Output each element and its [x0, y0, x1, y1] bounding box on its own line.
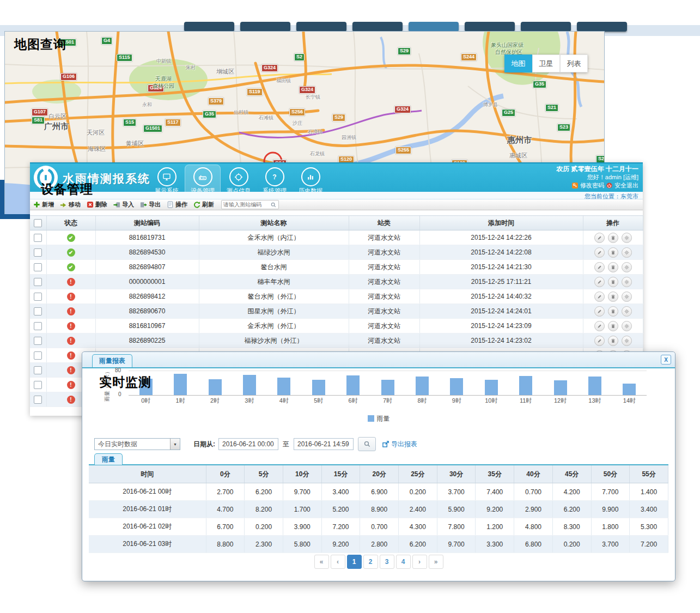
rain-value-cell: 0.200 — [552, 536, 591, 553]
trash-icon[interactable] — [608, 247, 618, 258]
gear-icon[interactable] — [622, 262, 632, 272]
page-nav-button[interactable]: ‹ — [331, 555, 345, 569]
map-place-label: 白云区 — [48, 112, 66, 120]
edit-icon[interactable] — [594, 306, 605, 317]
background-tab[interactable] — [296, 22, 346, 32]
map-view-button-列表[interactable]: 列表 — [560, 54, 588, 72]
toolbar-button-label: 刷新 — [202, 201, 214, 209]
change-password-link[interactable]: 修改密码 — [580, 181, 604, 190]
data-mode-select[interactable]: 今日实时数据 ▼ — [94, 438, 180, 450]
background-tab[interactable] — [184, 22, 234, 32]
edit-icon[interactable] — [594, 292, 605, 302]
page-button-2[interactable]: 2 — [363, 555, 378, 569]
edit-icon[interactable] — [594, 321, 605, 331]
toolbar-button-操作[interactable]: 操作 — [167, 201, 187, 209]
rain-value-cell: 7.800 — [437, 518, 476, 536]
row-checkbox[interactable] — [34, 234, 42, 242]
row-checkbox[interactable] — [34, 366, 42, 374]
row-checkbox[interactable] — [34, 278, 42, 286]
row-checkbox[interactable] — [34, 263, 42, 271]
toolbar-button-新增[interactable]: 新增 — [33, 201, 54, 209]
row-checkbox[interactable] — [34, 381, 42, 389]
date-from-input[interactable] — [218, 438, 278, 450]
select-all-checkbox[interactable] — [34, 219, 42, 227]
page-nav-button[interactable]: › — [412, 555, 427, 569]
trash-icon[interactable] — [608, 262, 618, 272]
rain-value-cell: 3.700 — [591, 536, 630, 553]
tab-rainfall-report[interactable]: 雨量报表 — [92, 354, 132, 367]
rain-value-cell: 0.700 — [360, 518, 399, 536]
gear-icon[interactable] — [622, 233, 632, 243]
trash-icon[interactable] — [608, 321, 618, 331]
trash-icon[interactable] — [608, 292, 618, 302]
background-tab[interactable] — [240, 22, 290, 32]
search-icon[interactable] — [271, 202, 276, 208]
edit-icon[interactable] — [594, 262, 605, 272]
trash-icon[interactable] — [608, 233, 618, 243]
close-icon[interactable]: X — [661, 355, 671, 365]
map-place-label: 广州市 — [44, 122, 69, 132]
rain-value-cell: 6.900 — [360, 483, 399, 501]
background-tab[interactable] — [521, 22, 571, 32]
edit-icon[interactable] — [594, 277, 605, 287]
chart-bar — [519, 376, 532, 395]
row-checkbox[interactable] — [34, 293, 42, 301]
map-view-controls: 地图卫星列表 — [504, 54, 588, 72]
page-button-4[interactable]: 4 — [396, 555, 411, 569]
station-search-input[interactable] — [222, 202, 271, 208]
rain-time-cell: 2016-06-21 01时 — [89, 501, 206, 518]
page-button-1[interactable]: 1 — [347, 555, 362, 569]
toolbar-button-移动[interactable]: 移动 — [60, 201, 81, 209]
road-badge: S81 — [32, 117, 45, 124]
tab-rainfall[interactable]: 雨量 — [94, 453, 123, 465]
row-checkbox[interactable] — [34, 307, 42, 315]
rain-value-cell: 5.200 — [321, 501, 360, 518]
exp-icon — [140, 201, 147, 208]
page-nav-button[interactable]: » — [429, 555, 443, 569]
query-button[interactable] — [358, 437, 376, 451]
date-to-input[interactable] — [294, 438, 354, 450]
toolbar-button-刷新[interactable]: 刷新 — [193, 201, 214, 209]
gear-icon[interactable] — [622, 292, 632, 302]
trash-icon[interactable] — [608, 336, 618, 346]
chart-bar — [277, 378, 290, 395]
edit-icon[interactable] — [594, 336, 605, 346]
row-checkbox[interactable] — [34, 396, 42, 404]
page-nav-button[interactable]: « — [314, 555, 329, 569]
row-checkbox[interactable] — [34, 322, 42, 330]
rain-value-cell: 5.300 — [630, 518, 668, 536]
logout-link[interactable]: 安全退出 — [614, 181, 638, 190]
map-view-button-地图[interactable]: 地图 — [504, 54, 532, 72]
gear-icon[interactable] — [622, 277, 632, 287]
trash-icon[interactable] — [608, 306, 618, 317]
toolbar-button-导出[interactable]: 导出 — [140, 201, 161, 209]
gear-icon[interactable] — [622, 306, 632, 317]
background-tab[interactable] — [577, 22, 627, 32]
export-report-link[interactable]: 导出报表 — [382, 440, 417, 449]
rain-value-cell: 2.300 — [245, 536, 283, 553]
gear-icon[interactable] — [622, 336, 632, 346]
row-checkbox[interactable] — [34, 351, 42, 360]
station-table-row: !8826890225福禄沙水闸（外江）河道水文站2015-12-24 14:2… — [30, 333, 643, 348]
toolbar-button-导入[interactable]: 导入 — [113, 201, 134, 209]
row-checkbox[interactable] — [34, 337, 42, 345]
chevron-down-icon[interactable]: ▼ — [170, 439, 180, 450]
background-tab[interactable] — [352, 22, 403, 32]
rain-table: 时间0分5分10分15分20分25分30分35分40分45分50分55分 201… — [89, 465, 668, 553]
page-button-3[interactable]: 3 — [380, 555, 394, 569]
toolbar-button-删除[interactable]: 删除 — [87, 201, 107, 209]
plus-icon — [33, 201, 40, 208]
trash-icon[interactable] — [608, 277, 618, 287]
background-tab[interactable] — [409, 22, 459, 32]
rain-value-cell: 4.300 — [399, 518, 437, 536]
edit-icon[interactable] — [594, 233, 605, 243]
background-tab[interactable] — [465, 22, 515, 32]
station-type-cell: 河道水文站 — [349, 333, 419, 348]
gear-icon[interactable] — [622, 247, 632, 258]
gear-icon[interactable] — [622, 321, 632, 331]
edit-icon[interactable] — [594, 247, 605, 258]
row-checkbox[interactable] — [34, 248, 42, 257]
chart-x-tick-label: 3时 — [232, 397, 266, 405]
map-view-button-卫星[interactable]: 卫星 — [532, 54, 560, 72]
chart-x-tick-label: 5时 — [301, 397, 336, 405]
